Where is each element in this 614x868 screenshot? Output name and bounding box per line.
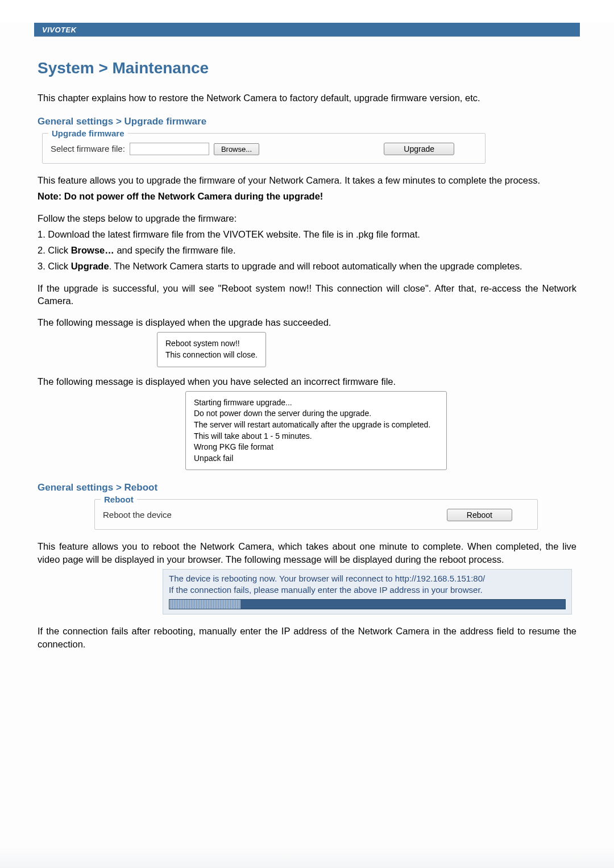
header-bar: VIVOTEK xyxy=(34,23,580,36)
brand-logo: VIVOTEK xyxy=(42,26,77,34)
reboot-fieldset: Reboot Reboot the device Reboot xyxy=(94,499,538,530)
upgrade-button[interactable]: Upgrade xyxy=(384,143,454,155)
msg-wrong-intro: The following message is displayed when … xyxy=(38,375,576,388)
step-2: 2. Click Browse… and specify the firmwar… xyxy=(38,244,576,256)
upgrade-firmware-fieldset: Upgrade firmware Select firmware file: B… xyxy=(42,133,486,164)
upgrade-section-heading: General settings > Upgrade firmware xyxy=(38,115,576,128)
page: VIVOTEK System > Maintenance This chapte… xyxy=(0,23,614,868)
reboot-fail-text: If the connection fails after rebooting,… xyxy=(38,625,576,650)
reboot-section-heading: General settings > Reboot xyxy=(38,481,576,495)
content-area: System > Maintenance This chapter explai… xyxy=(0,57,614,650)
reboot-desc: This feature allows you to reboot the Ne… xyxy=(38,540,576,566)
msg-succeeded-intro: The following message is displayed when … xyxy=(38,316,576,329)
upgrade-note: Note: Do not power off the Network Camer… xyxy=(38,190,576,202)
succeeded-message-box: Reboot system now!! This connection will… xyxy=(157,332,266,367)
upgrade-legend: Upgrade firmware xyxy=(48,128,128,139)
browse-button[interactable]: Browse... xyxy=(214,143,259,155)
intro-paragraph: This chapter explains how to restore the… xyxy=(38,92,576,104)
reboot-label: Reboot the device xyxy=(103,509,172,521)
step-1: 1. Download the latest firmware file fro… xyxy=(38,228,576,240)
upgrade-row: Select firmware file: Browse... Upgrade xyxy=(51,143,477,155)
wrong-message-box: Starting firmware upgrade... Do not powe… xyxy=(185,391,447,471)
page-title: System > Maintenance xyxy=(38,57,576,79)
succeeded-message-box-wrap: Reboot system now!! This connection will… xyxy=(157,332,576,367)
reboot-row: Reboot the device Reboot xyxy=(103,509,529,521)
header-divider xyxy=(34,36,580,37)
reboot-button[interactable]: Reboot xyxy=(447,509,512,521)
upgrade-success-text: If the upgrade is successful, you will s… xyxy=(38,282,576,308)
step-3: 3. Click Upgrade. The Network Camera sta… xyxy=(38,260,576,272)
reboot-msg-line2: If the connection fails, please manually… xyxy=(169,584,566,596)
steps-intro: Follow the steps below to upgrade the fi… xyxy=(38,212,576,225)
firmware-file-label: Select firmware file: xyxy=(51,143,125,155)
reboot-progress-bar xyxy=(169,599,566,609)
reboot-progress-fill xyxy=(169,600,240,609)
firmware-file-input[interactable] xyxy=(130,143,209,155)
reboot-msg-line1: The device is rebooting now. Your browse… xyxy=(169,573,566,584)
reboot-message-box: The device is rebooting now. Your browse… xyxy=(163,569,572,615)
reboot-legend: Reboot xyxy=(101,494,137,505)
upgrade-desc: This feature allows you to upgrade the f… xyxy=(38,174,576,186)
wrong-message-box-wrap: Starting firmware upgrade... Do not powe… xyxy=(185,391,470,471)
